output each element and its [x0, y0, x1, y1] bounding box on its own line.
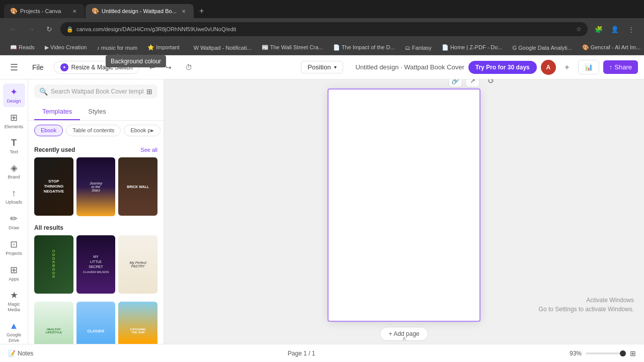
bottom-bar: 📝 Notes Page 1 / 1 93% ⊞	[0, 344, 644, 362]
filter-chips: Ebook Table of contents Ebook p▸	[28, 121, 164, 140]
tab-untitled[interactable]: 🎨 Untitled design - Wattpad Bo... ✕	[86, 4, 194, 18]
sidebar-item-elements[interactable]: ⊞ Elements	[3, 109, 25, 133]
browser-chrome: 🎨 Projects - Canva ✕ 🎨 Untitled design -…	[0, 0, 644, 55]
more-button[interactable]: ⋮	[624, 22, 638, 36]
chip-ebook[interactable]: Ebook	[34, 125, 63, 136]
template-card-3[interactable]: My PerfectPASTRY	[118, 235, 157, 294]
bookmark-fantasy[interactable]: 🗂 Fantasy	[401, 44, 436, 52]
see-all-link[interactable]: See all	[140, 147, 157, 153]
chip-ebook-p[interactable]: Ebook p▸	[124, 125, 160, 136]
template-card-recent-1[interactable]: STOPTHINKINGNEGATIVE	[34, 157, 73, 216]
search-icon: 🔍	[39, 87, 48, 96]
tab-close-projects[interactable]: ✕	[70, 7, 78, 15]
all-results-title: All results	[34, 224, 63, 231]
sidebar-item-label-text: Text	[10, 149, 18, 155]
bookmark-important[interactable]: ⭐ Important	[143, 43, 184, 52]
canvas-area[interactable]: 🔗 ↗ ↺ + Add page ∧ Activate Windows Go t…	[164, 79, 644, 344]
user-avatar[interactable]: A	[541, 60, 556, 75]
toolbar-center: Position ▾	[301, 61, 343, 73]
tab-close-untitled[interactable]: ✕	[180, 7, 188, 15]
bookmark-music[interactable]: ♪ music for mum	[93, 44, 141, 52]
app: ☰ File ✦ Resize & Magic Switch ↩ ↪ ⏱ Pos…	[0, 55, 644, 362]
template-card-1[interactable]: COOKBOOK	[34, 235, 73, 294]
tab-projects[interactable]: 🎨 Projects - Canva ✕	[4, 4, 85, 18]
sidebar-item-apps[interactable]: ⊞ Apps	[3, 261, 25, 285]
profile-button[interactable]: 👤	[608, 22, 622, 36]
template-card-5[interactable]: CLOUDS	[76, 302, 116, 344]
bookmark-gencraft[interactable]: 🎨 Gencraf - AI Art Im...	[578, 43, 644, 52]
address-text: canva.com/design/DAGHiCrm/g3R8jORhNNf59U…	[76, 26, 573, 32]
bookmark-google-data[interactable]: G Google Data Analyti...	[509, 44, 576, 52]
icon-sidebar: ✦ Design ⊞ Elements T Text ◈ Brand ↑ Upl…	[0, 79, 28, 344]
recently-used-title: Recently used	[34, 146, 75, 153]
sidebar-item-label-design: Design	[7, 99, 21, 104]
hamburger-button[interactable]: ☰	[6, 59, 22, 75]
sidebar-item-magic-media[interactable]: ★ Magic Media	[3, 287, 25, 316]
canvas-share-button[interactable]: ↗	[465, 79, 479, 87]
tci-6: CATCHINGTHE SUN	[118, 302, 157, 344]
bookmark-zpdf[interactable]: 📄 Home | Z-PDF - Do...	[438, 43, 507, 52]
canvas-page[interactable]	[329, 89, 479, 321]
new-tab-button[interactable]: +	[195, 4, 209, 18]
timer-button[interactable]: ⏱	[182, 60, 196, 74]
position-chevron: ▾	[334, 64, 337, 70]
recently-used-header: Recently used See all	[34, 146, 157, 153]
canvas-lock-button[interactable]: 🔗	[448, 79, 462, 87]
chip-table-of-contents[interactable]: Table of contents	[66, 125, 121, 136]
position-label: Position	[307, 63, 331, 71]
google-drive-icon: ▲	[10, 321, 19, 331]
template-card-2[interactable]: MYLITTLESECRETCLAUDIA WILSON	[76, 235, 116, 294]
sidebar-item-brand[interactable]: ◈ Brand	[3, 159, 25, 183]
zoom-fit-icon[interactable]: ⊞	[630, 349, 636, 357]
search-input-wrap[interactable]: 🔍 ⊞	[34, 84, 157, 99]
address-bar-row: ← → ↻ 🔒 canva.com/design/DAGHiCrm/g3R8jO…	[0, 18, 644, 40]
bookmark-video[interactable]: ▶ Video Creation	[41, 43, 91, 52]
pro-button[interactable]: Try Pro for 30 days	[468, 61, 537, 74]
tab-templates[interactable]: Templates	[34, 104, 80, 120]
analytics-button[interactable]: 📊	[578, 60, 599, 74]
template-card-recent-2[interactable]: Journeyto theStars	[76, 157, 116, 216]
file-button[interactable]: File	[28, 61, 48, 73]
page-info: Page 1 / 1	[288, 350, 315, 357]
bookmark-reads[interactable]: 📖 Reads	[6, 43, 39, 52]
template-card-recent-3[interactable]: BRICK WALL	[118, 157, 157, 216]
bookmark-wattpad[interactable]: W Wattpad - Notificati...	[190, 44, 256, 52]
back-button[interactable]: ←	[6, 22, 20, 36]
recently-used-grid: STOPTHINKINGNEGATIVE Journeyto theStars …	[34, 157, 157, 216]
address-bar[interactable]: 🔒 canva.com/design/DAGHiCrm/g3R8jORhNNf5…	[60, 22, 588, 36]
filter-icon[interactable]: ⊞	[146, 87, 152, 96]
template-card-6[interactable]: CATCHINGTHE SUN	[118, 302, 157, 344]
sidebar-item-draw[interactable]: ✏ Draw	[3, 210, 25, 234]
all-results-grid-1: COOKBOOK MYLITTLESECRETCLAUDIA WILSON My…	[34, 235, 157, 294]
sidebar-item-text[interactable]: T Text	[3, 135, 25, 158]
add-user-button[interactable]: +	[560, 60, 574, 74]
sidebar-item-label-brand: Brand	[8, 174, 20, 180]
design-icon: ✦	[10, 86, 18, 98]
projects-icon: ⊡	[10, 239, 18, 250]
templates-panel: Background colour 🔍 ⊞ Templates Styles E…	[28, 79, 164, 344]
tci-1: COOKBOOK	[34, 235, 73, 294]
activate-windows: Activate Windows Go to Settings to activ…	[539, 296, 634, 314]
canvas-refresh-button[interactable]: ↺	[484, 79, 498, 87]
bookmark-wsj[interactable]: 📰 The Wall Street Cra...	[258, 43, 327, 52]
sidebar-item-google-drive[interactable]: ▲ Google Drive	[3, 318, 25, 344]
template-card-4[interactable]: HEALTHYLIFESTYLE	[34, 302, 73, 344]
sidebar-item-uploads[interactable]: ↑ Uploads	[3, 185, 25, 208]
position-button[interactable]: Position ▾	[301, 61, 343, 73]
zoom-slider[interactable]	[586, 352, 626, 354]
notes-button[interactable]: 📝 Notes	[8, 350, 33, 357]
refresh-button[interactable]: ↻	[42, 22, 56, 36]
sidebar-item-design[interactable]: ✦ Design	[3, 83, 25, 107]
search-input[interactable]	[51, 88, 143, 95]
sidebar-item-label-projects: Projects	[6, 251, 22, 256]
bookmark-impact[interactable]: 📄 The Impact of the D...	[329, 43, 399, 52]
analytics-icon: 📊	[585, 63, 593, 71]
extensions-button[interactable]: 🧩	[592, 22, 606, 36]
activate-windows-line1: Activate Windows	[539, 296, 634, 305]
tab-styles[interactable]: Styles	[80, 104, 114, 120]
forward-button[interactable]: →	[24, 22, 38, 36]
notes-icon: 📝	[8, 350, 16, 357]
share-button[interactable]: ↑ Share	[603, 60, 638, 74]
brand-icon: ◈	[11, 162, 18, 173]
sidebar-item-projects[interactable]: ⊡ Projects	[3, 236, 25, 259]
